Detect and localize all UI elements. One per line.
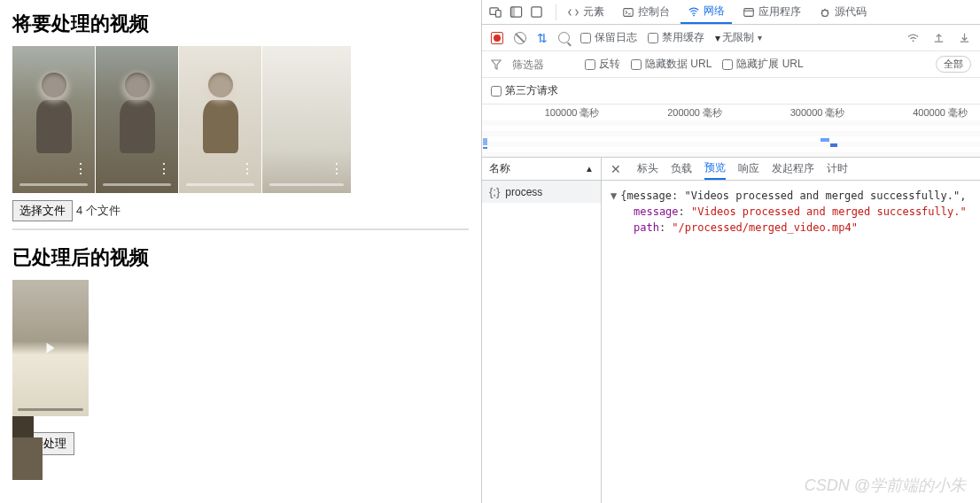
devtools-tabs: 元素 控制台 网络 应用程序 源代码 <box>482 0 980 25</box>
detail-tab-initiator[interactable]: 发起程序 <box>772 158 814 180</box>
detail-tab-payload[interactable]: 负载 <box>671 158 692 180</box>
download-icon[interactable] <box>958 31 971 44</box>
svg-rect-5 <box>624 8 634 16</box>
inspect-icon[interactable] <box>530 5 543 19</box>
hide-ext-url-checkbox[interactable]: 隐藏扩展 URL <box>722 57 803 72</box>
tab-elements[interactable]: 元素 <box>560 0 611 24</box>
detail-tab-preview[interactable]: 预览 <box>704 158 726 180</box>
svg-point-6 <box>693 14 695 16</box>
svg-point-10 <box>913 40 914 42</box>
tab-console[interactable]: 控制台 <box>615 0 677 24</box>
console-icon <box>622 6 634 19</box>
tab-network[interactable]: 网络 <box>681 0 732 24</box>
timeline-tick: 300000 毫秒 <box>731 106 854 120</box>
choose-file-button[interactable]: 选择文件 <box>12 200 73 221</box>
devtools-panel: 元素 控制台 网络 应用程序 源代码 ⇅ 保留日志 禁用缓存 ▾无限制▾ 反转 … <box>481 0 980 503</box>
filter-all-pill[interactable]: 全部 <box>936 56 971 73</box>
timeline-tick: 400000 毫秒 <box>854 106 977 120</box>
webpage-panel: 将要处理的视频 ⋮ ⋮ ⋮ ⋮ 选择文件 4 个文件 已处理后的视频 开始处理 <box>0 0 481 503</box>
funnel-icon[interactable] <box>491 59 502 70</box>
hide-data-url-checkbox[interactable]: 隐藏数据 URL <box>631 57 712 72</box>
more-icon[interactable]: ⋮ <box>330 166 344 172</box>
video-thumb-2[interactable]: ⋮ <box>96 46 178 193</box>
name-column-header[interactable]: 名称 ▲ <box>482 158 601 181</box>
processed-video-thumb[interactable] <box>12 280 89 416</box>
wifi-settings-icon[interactable] <box>906 31 920 44</box>
video-thumb-1[interactable]: ⋮ <box>12 46 95 193</box>
throttling-select[interactable]: ▾无限制▾ <box>715 30 762 45</box>
video-thumb-4[interactable]: ⋮ <box>262 46 351 193</box>
network-toolbar: ⇅ 保留日志 禁用缓存 ▾无限制▾ <box>482 25 980 51</box>
app-icon <box>743 6 755 19</box>
timeline-tick: 100000 毫秒 <box>486 106 609 120</box>
heading-to-process: 将要处理的视频 <box>12 11 469 37</box>
search-icon[interactable] <box>558 32 570 43</box>
svg-rect-1 <box>496 11 502 18</box>
timeline[interactable]: 100000 毫秒 200000 毫秒 300000 毫秒 400000 毫秒 <box>482 104 980 158</box>
request-list: 名称 ▲ {;} process <box>482 158 602 503</box>
videos-pending-row: ⋮ ⋮ ⋮ ⋮ <box>12 46 469 193</box>
request-row-process[interactable]: {;} process <box>482 181 601 203</box>
video-thumb-3[interactable]: ⋮ <box>179 46 261 193</box>
tab-application[interactable]: 应用程序 <box>735 0 808 24</box>
disable-cache-checkbox[interactable]: 禁用缓存 <box>648 30 704 45</box>
dock-icon[interactable] <box>509 5 523 19</box>
tab-sources[interactable]: 源代码 <box>812 0 874 24</box>
expand-arrow-icon[interactable]: ▼ <box>611 190 617 202</box>
invert-checkbox[interactable]: 反转 <box>585 57 620 72</box>
preserve-log-checkbox[interactable]: 保留日志 <box>580 30 637 45</box>
divider <box>12 228 469 230</box>
wifi-icon <box>688 5 700 18</box>
more-icon[interactable]: ⋮ <box>240 166 254 172</box>
svg-rect-7 <box>744 8 754 16</box>
detail-tab-response[interactable]: 响应 <box>738 158 759 180</box>
filter-toggle-icon[interactable]: ⇅ <box>537 31 548 45</box>
clear-button[interactable] <box>514 32 526 44</box>
play-icon <box>47 343 55 353</box>
more-icon[interactable]: ⋮ <box>157 166 171 172</box>
close-detail-button[interactable]: ✕ <box>607 162 625 176</box>
svg-rect-3 <box>510 7 515 17</box>
json-icon: {;} <box>489 185 500 198</box>
timeline-tick: 200000 毫秒 <box>609 106 732 120</box>
third-party-checkbox[interactable]: 第三方请求 <box>491 83 558 98</box>
detail-tab-headers[interactable]: 标头 <box>637 158 658 180</box>
device-toggle-icon[interactable] <box>489 5 502 19</box>
upload-icon[interactable] <box>932 31 945 44</box>
filter-input[interactable] <box>512 58 574 71</box>
file-count-text: 4 个文件 <box>76 203 121 219</box>
filter-row: 反转 隐藏数据 URL 隐藏扩展 URL 全部 <box>482 51 980 78</box>
bug-icon <box>819 6 831 19</box>
code-icon <box>567 6 579 19</box>
heading-processed: 已处理后的视频 <box>12 244 469 271</box>
record-button[interactable] <box>491 32 503 44</box>
more-icon[interactable]: ⋮ <box>74 166 88 172</box>
detail-tab-timing[interactable]: 计时 <box>827 158 848 180</box>
preview-body[interactable]: ▼{message: "Videos processed and merged … <box>602 181 980 503</box>
request-detail: ✕ 标头 负载 预览 响应 发起程序 计时 ▼{message: "Videos… <box>602 158 980 503</box>
svg-rect-4 <box>532 7 541 17</box>
